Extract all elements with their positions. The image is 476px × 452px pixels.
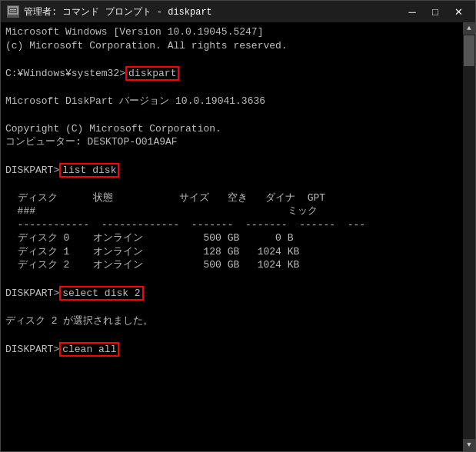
disk-2-row: ディスク 2 オンライン 500 GB 1024 KB — [5, 258, 457, 272]
scrollbar[interactable]: ▲ ▼ — [463, 22, 475, 451]
prompt-diskpart-1: DISKPART> — [5, 165, 59, 176]
titlebar-buttons: ─ □ ✕ — [401, 3, 469, 20]
close-button[interactable]: ✕ — [448, 3, 469, 20]
scroll-thumb[interactable] — [464, 35, 474, 66]
line-version: Microsoft Windows [Version 10.0.19045.52… — [5, 25, 457, 39]
window: 管理者: コマンド プロンプト - diskpart ─ □ ✕ Microso… — [0, 0, 476, 452]
line-computer: コンピューター: DESKTOP-O01A9AF — [5, 135, 457, 149]
command-list-disk: list disk — [59, 163, 119, 178]
window-icon — [7, 5, 19, 18]
prompt-diskpart-2: DISKPART> — [5, 287, 59, 299]
line-copyright: (c) Microsoft Corporation. All rights re… — [5, 39, 457, 53]
line-prompt-diskpart: C:¥Windows¥system32>diskpart — [5, 66, 457, 81]
table-divider: ------------ ------------- ------- -----… — [5, 218, 457, 232]
scroll-up-button[interactable]: ▲ — [463, 22, 475, 35]
svg-rect-1 — [10, 9, 16, 10]
command-select-disk: select disk 2 — [59, 286, 143, 301]
scroll-down-button[interactable]: ▼ — [463, 439, 475, 451]
titlebar: 管理者: コマンド プロンプト - diskpart ─ □ ✕ — [1, 1, 475, 22]
table-header-2: ### ミック — [5, 204, 457, 218]
table-header-1: ディスク 状態 サイズ 空き ダイナ GPT — [5, 191, 457, 205]
prompt-path: C:¥Windows¥system32> — [5, 68, 125, 79]
line-prompt-listdisk: DISKPART> list disk — [5, 163, 457, 178]
console-content: Microsoft Windows [Version 10.0.19045.52… — [5, 25, 471, 357]
prompt-diskpart-3: DISKPART> — [5, 344, 59, 355]
svg-rect-0 — [8, 7, 18, 14]
line-disk-selected: ディスク 2 が選択されました。 — [5, 314, 457, 328]
maximize-button[interactable]: □ — [424, 3, 446, 20]
command-diskpart: diskpart — [125, 66, 179, 81]
line-prompt-cleanall: DISKPART> clean all — [5, 342, 457, 357]
line-ms-corp: Copyright (C) Microsoft Corporation. — [5, 122, 457, 136]
line-diskpart-version: Microsoft DiskPart バージョン 10.0.19041.3636 — [5, 95, 457, 108]
disk-0-row: ディスク 0 オンライン 500 GB 0 B — [5, 231, 457, 245]
svg-rect-2 — [10, 11, 16, 12]
scroll-track[interactable] — [463, 35, 475, 439]
disk-1-row: ディスク 1 オンライン 128 GB 1024 KB — [5, 245, 457, 259]
command-clean-all: clean all — [59, 342, 119, 357]
titlebar-text: 管理者: コマンド プロンプト - diskpart — [24, 5, 397, 18]
minimize-button[interactable]: ─ — [401, 3, 423, 20]
console-area[interactable]: Microsoft Windows [Version 10.0.19045.52… — [1, 22, 475, 451]
line-prompt-selectdisk: DISKPART> select disk 2 — [5, 286, 457, 301]
